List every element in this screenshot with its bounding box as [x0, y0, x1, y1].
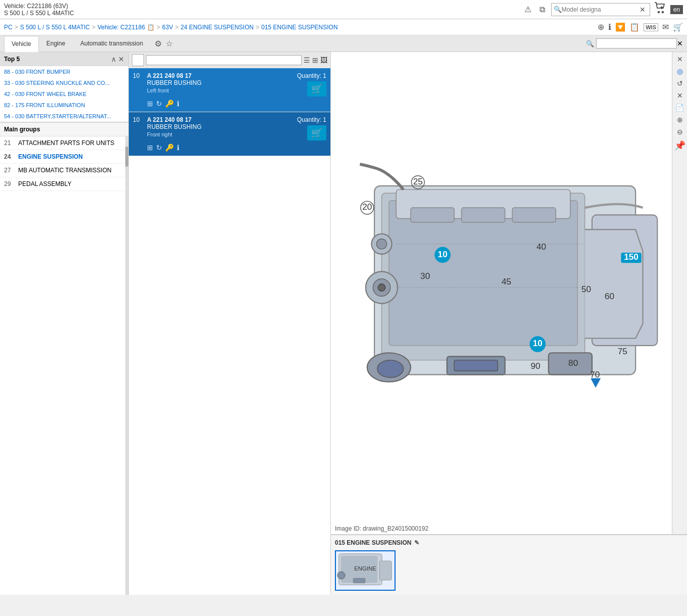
- part-key-icon[interactable]: 🔑: [165, 100, 174, 108]
- top5-close-button[interactable]: ✕: [118, 55, 124, 63]
- svg-point-10: [377, 360, 404, 377]
- top5-collapse-button[interactable]: ∧: [111, 55, 116, 63]
- middle-toolbar: ☰ ⊞ 🖼: [129, 52, 330, 68]
- alert-button[interactable]: ⚠: [522, 4, 533, 15]
- star-tab-button[interactable]: ☆: [166, 39, 173, 49]
- tab-search-clear-button[interactable]: ✕: [677, 39, 683, 48]
- top5-item[interactable]: 82 - 175 FRONT ILLUMINATION: [0, 100, 128, 111]
- qty-text: Quantity: 1: [297, 72, 326, 79]
- rt-history-button[interactable]: ↺: [676, 78, 684, 88]
- group-num: 27: [4, 167, 14, 174]
- svg-text:50: 50: [581, 284, 591, 294]
- group-item-24[interactable]: 24 ENGINE SUSPENSION: [0, 150, 128, 164]
- search-clear-button[interactable]: ✕: [637, 5, 648, 15]
- tabs-bar: Vehicle Engine Automatic transmission ⚙ …: [0, 35, 687, 52]
- zoom-in-breadcrumb-button[interactable]: ⊕: [598, 22, 604, 32]
- rt-pin-button[interactable]: 📌: [673, 139, 686, 152]
- model-search-input[interactable]: [562, 6, 637, 13]
- diagram-wrapper: 25 20 40 10 30 45 50: [331, 52, 672, 523]
- group-num: 29: [4, 180, 14, 187]
- svg-text:20: 20: [362, 202, 372, 212]
- breadcrumb-vehicle[interactable]: Vehicle: C221186: [97, 24, 145, 31]
- info-button[interactable]: ℹ: [608, 22, 611, 32]
- rt-zoom-in-button[interactable]: ⊕: [676, 115, 684, 125]
- tab-vehicle[interactable]: Vehicle: [4, 36, 39, 52]
- svg-text:10: 10: [438, 249, 448, 259]
- image-id-label: Image ID:: [335, 525, 361, 532]
- sep1: >: [15, 24, 18, 31]
- part-id: A 221 240 08 17: [147, 116, 293, 123]
- part-row-top: 10 A 221 240 08 17 RUBBER BUSHING Front …: [133, 116, 326, 140]
- part-info-icon[interactable]: ℹ: [177, 100, 179, 108]
- sep5: >: [256, 24, 259, 31]
- svg-text:90: 90: [530, 361, 540, 371]
- breadcrumb-015[interactable]: 015 ENGINE SUSPENSION: [261, 24, 337, 31]
- top5-item[interactable]: 42 - 030 FRONT WHEEL BRAKE: [0, 88, 128, 100]
- tab-automatic-transmission[interactable]: Automatic transmission: [73, 35, 151, 52]
- breadcrumb-63v[interactable]: 63V: [162, 24, 173, 31]
- add-to-cart-button-1[interactable]: 🛒: [307, 81, 326, 97]
- thumbnail-svg: ENGINE: [336, 551, 395, 590]
- part-grid-icon[interactable]: ⊞: [147, 100, 153, 108]
- bottom-section: 015 ENGINE SUSPENSION ✎ ENGINE: [331, 534, 687, 595]
- vehicle-name: S 500 L / S 550 L 4MATIC: [4, 10, 74, 17]
- group-item-21[interactable]: 21 ATTACHMENT PARTS FOR UNITS: [0, 136, 128, 150]
- wis-button[interactable]: WIS: [644, 23, 658, 31]
- top5-item[interactable]: 54 - 030 BATTERY,STARTER/ALTERNAT...: [0, 111, 128, 122]
- cart-breadcrumb-button[interactable]: 🛒: [673, 22, 683, 32]
- top5-item[interactable]: 33 - 030 STEERING KNUCKLE AND CO...: [0, 77, 128, 88]
- tab-search-area: 🔍 ✕: [584, 38, 683, 49]
- part-row-top: 10 A 221 240 08 17 RUBBER BUSHING Left f…: [133, 72, 326, 97]
- top5-title: Top 5: [4, 56, 20, 63]
- rt-close2-button[interactable]: ✕: [676, 90, 684, 101]
- part-grid-icon[interactable]: ⊞: [147, 144, 153, 152]
- image-view-button[interactable]: 🖼: [320, 56, 327, 64]
- thumbnail-image[interactable]: ENGINE: [335, 550, 396, 591]
- breadcrumb-vehicle-line[interactable]: S 500 L / S 550 L 4MATIC: [20, 24, 90, 31]
- part-refresh-icon[interactable]: ↻: [156, 100, 162, 108]
- svg-text:10: 10: [533, 338, 543, 348]
- header-actions: ⚠ ⧉ 🔍 ✕ en: [522, 2, 683, 17]
- add-to-cart-button-2[interactable]: 🛒: [307, 125, 326, 140]
- sep2: >: [92, 24, 95, 31]
- diagram-caption: Image ID: drawing_B24015000192: [331, 523, 672, 534]
- breadcrumb: PC > S 500 L / S 550 L 4MATIC > Vehicle:…: [0, 19, 687, 35]
- group-label: PEDAL ASSEMBLY: [18, 180, 71, 187]
- tab-engine[interactable]: Engine: [39, 35, 73, 52]
- sep3: >: [157, 24, 160, 31]
- rt-target-button[interactable]: ◎: [676, 66, 684, 76]
- main-groups-header: Main groups: [0, 122, 128, 136]
- group-item-27[interactable]: 27 MB AUTOMATIC TRANSMISSION: [0, 164, 128, 177]
- rt-zoom-out-button[interactable]: ⊖: [676, 127, 684, 137]
- settings-tab-button[interactable]: ⚙: [155, 39, 162, 49]
- part-row-1: 10 A 221 240 08 17 RUBBER BUSHING Left f…: [129, 68, 330, 112]
- breadcrumb-pc[interactable]: PC: [4, 24, 13, 31]
- document-button[interactable]: 📋: [629, 22, 640, 32]
- grid-view-button[interactable]: ⊞: [312, 56, 318, 64]
- part-search-input[interactable]: [146, 55, 302, 65]
- header-vehicle-info: Vehicle: C221186 (63V) S 500 L / S 550 L…: [4, 3, 74, 17]
- vehicle-copy-icon[interactable]: 📋: [147, 24, 155, 31]
- scrollbar-thumb[interactable]: [125, 147, 128, 167]
- image-id-value: drawing_B24015000192: [363, 525, 428, 532]
- engine-diagram-svg: 25 20 40 10 30 45 50: [331, 52, 672, 523]
- part-info-icon[interactable]: ℹ: [177, 144, 179, 152]
- breadcrumb-engine-suspension[interactable]: 24 ENGINE SUSPENSION: [180, 24, 254, 31]
- language-selector[interactable]: en: [670, 5, 683, 14]
- part-refresh-icon[interactable]: ↻: [156, 144, 162, 152]
- tab-search-input[interactable]: [596, 38, 677, 49]
- mail-button[interactable]: ✉: [662, 22, 669, 32]
- top5-item[interactable]: 88 - 030 FRONT BUMPER: [0, 66, 128, 77]
- copy-button[interactable]: ⧉: [537, 4, 547, 15]
- cart-add-button[interactable]: [654, 2, 666, 17]
- scrollbar-track[interactable]: [125, 136, 128, 595]
- group-item-29[interactable]: 29 PEDAL ASSEMBLY: [0, 177, 128, 191]
- rt-pdf-button[interactable]: 📄: [674, 103, 685, 113]
- rt-close-button[interactable]: ✕: [676, 54, 684, 64]
- list-view-button[interactable]: ☰: [304, 56, 310, 64]
- filter-button[interactable]: 🔽: [615, 22, 625, 32]
- svg-rect-17: [411, 208, 454, 222]
- svg-rect-23: [454, 360, 498, 371]
- part-key-icon[interactable]: 🔑: [165, 144, 174, 152]
- edit-icon[interactable]: ✎: [414, 539, 419, 546]
